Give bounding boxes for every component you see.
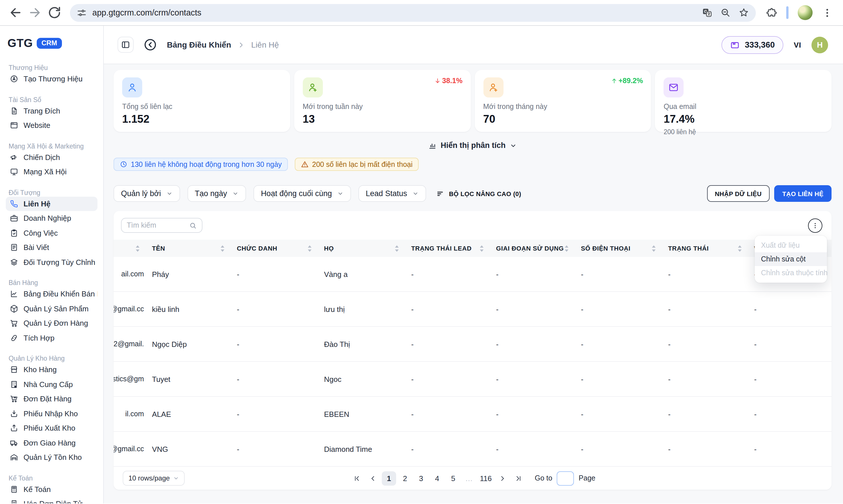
sort-icon[interactable] <box>307 245 312 252</box>
column-header-lifecycle_stage[interactable]: GIAI ĐOẠN SỬ DỤNG <box>489 240 574 257</box>
column-header-status[interactable]: TRẠNG THÁI <box>661 240 747 257</box>
language-selector[interactable]: VI <box>794 40 801 49</box>
table-row[interactable]: e@gmail.ccVNG-Diamond Time----- <box>113 432 831 467</box>
next-page-button[interactable] <box>495 471 509 485</box>
back-circle-icon[interactable] <box>143 38 157 52</box>
chevron-down-icon <box>173 475 179 481</box>
sidebar-item-kho-hang[interactable]: Kho Hàng <box>6 362 97 377</box>
sort-icon[interactable] <box>564 245 569 252</box>
sidebar-item-bang-dieu-khien-ban-h[interactable]: Bảng Điều Khiển Bán H... <box>6 287 97 301</box>
sidebar-item-label: Phiếu Xuất Kho <box>23 424 75 433</box>
table-row[interactable]: 02@gmail.Ngọc Diệp-Đào Thị----- <box>113 327 831 362</box>
filter-dropdown-tao-ngay[interactable]: Tạo ngày <box>187 185 246 202</box>
alert-warning[interactable]: 200 số liên lạc bị mất điện thoại <box>295 158 419 171</box>
table-row[interactable]: ail.comPháy-Vàng a----- <box>113 257 831 292</box>
table-row[interactable]: il.comALAE-EBEEN----- <box>113 397 831 432</box>
search-box[interactable] <box>121 218 202 233</box>
url-text[interactable]: app.gtgcrm.com/crm/contacts <box>92 8 694 17</box>
goto-page-input[interactable] <box>557 471 574 485</box>
column-header-last_name[interactable]: HỌ <box>317 240 404 257</box>
sidebar-item-tao-thuong-hieu[interactable]: Tạo Thương Hiệu <box>6 72 97 86</box>
column-header-email[interactable] <box>113 240 145 257</box>
cell-text: Tuyet <box>152 375 170 383</box>
sidebar-item-chien-dich[interactable]: Chiến Dịch <box>6 150 97 165</box>
breadcrumb-root[interactable]: Bảng Điều Khiển <box>167 40 231 49</box>
column-header-lead_status[interactable]: TRẠNG THÁI LEAD <box>404 240 489 257</box>
sort-icon[interactable] <box>737 245 742 252</box>
translate-icon[interactable]: G <box>702 7 712 18</box>
prev-page-button[interactable] <box>365 471 380 485</box>
sidebar-item-doi-tuong-tuy-chinh[interactable]: Đối Tượng Tùy Chỉnh <box>6 255 97 269</box>
sidebar-item-hoa-don-dien-tu[interactable]: Hóa Đơn Điện Tử <box>6 497 97 503</box>
page-button-5[interactable]: 5 <box>446 471 460 485</box>
browser-menu-icon[interactable] <box>822 7 833 18</box>
phone-icon <box>10 200 18 208</box>
browser-back-icon[interactable] <box>8 5 23 20</box>
create-contact-button[interactable]: TẠO LIÊN HỆ <box>774 185 831 202</box>
sidebar-item-website[interactable]: Website <box>6 118 97 133</box>
advanced-filter-button[interactable]: BỘ LỌC NÂNG CAO (0) <box>436 190 521 198</box>
last-page-button[interactable] <box>511 471 525 485</box>
analytics-toggle[interactable]: Hiển thị phân tích <box>429 141 517 150</box>
sidebar-toggle-button[interactable] <box>118 37 133 53</box>
credits-pill[interactable]: 333,360 <box>721 36 783 54</box>
user-avatar[interactable]: H <box>811 36 828 53</box>
sidebar-item-nha-cung-cap[interactable]: Nhà Cung Cấp <box>6 377 97 392</box>
page-button-116[interactable]: 116 <box>478 471 493 485</box>
sort-icon[interactable] <box>480 245 484 252</box>
sidebar-item-mang-xa-hoi[interactable]: Mạng Xã Hội <box>6 165 97 179</box>
sidebar-item-quan-ly-san-pham[interactable]: Quản Lý Sản Phẩm <box>6 301 97 316</box>
sidebar-item-trang-dich[interactable]: Trang Đích <box>6 104 97 118</box>
table-row[interactable]: gistics@gmTuyet-Ngoc----- <box>113 362 831 397</box>
column-header-first_name[interactable]: TÊN <box>145 240 230 257</box>
search-input[interactable] <box>127 221 186 229</box>
rows-per-page-select[interactable]: 10 rows/page <box>123 471 185 486</box>
sort-icon[interactable] <box>395 245 399 252</box>
sort-icon[interactable] <box>220 245 225 252</box>
chevron-right-icon <box>499 474 506 482</box>
page-button-3[interactable]: 3 <box>414 471 428 485</box>
page-button-2[interactable]: 2 <box>398 471 412 485</box>
cell-lead_status: - <box>404 362 489 396</box>
cell-lead_status: - <box>404 432 489 466</box>
extensions-icon[interactable] <box>766 7 777 18</box>
sidebar-item-phieu-nhap-kho[interactable]: Phiếu Nhập Kho <box>6 406 97 421</box>
sort-icon[interactable] <box>651 245 656 252</box>
column-header-job_title[interactable]: CHỨC DANH <box>230 240 317 257</box>
export-icon <box>10 424 18 433</box>
zoom-out-icon[interactable] <box>720 7 731 18</box>
menu-item-chinh-sua-cot[interactable]: Chỉnh sửa cột <box>755 252 827 266</box>
megaphone-icon <box>10 153 18 162</box>
column-header-phone[interactable]: SỐ ĐIỆN THOẠI <box>574 240 661 257</box>
table-options-button[interactable] <box>808 218 822 233</box>
sidebar-item-lien-he[interactable]: Liên Hệ <box>6 196 97 211</box>
sidebar-item-quan-ly-don-hang[interactable]: Quản Lý Đơn Hàng <box>6 316 97 330</box>
sidebar-item-phieu-xuat-kho[interactable]: Phiếu Xuất Kho <box>6 421 97 435</box>
browser-forward-icon[interactable] <box>28 5 42 20</box>
logo[interactable]: GTG CRM <box>6 32 97 54</box>
bookmark-star-icon[interactable] <box>739 7 749 18</box>
sidebar-item-doanh-nghiep[interactable]: Doanh Nghiệp <box>6 211 97 226</box>
filter-dropdown-quan-ly-boi[interactable]: Quản lý bởi <box>113 185 180 202</box>
sidebar-item-tich-hop[interactable]: Tích Hợp <box>6 330 97 345</box>
site-settings-icon[interactable] <box>77 8 87 17</box>
browser-reload-icon[interactable] <box>47 5 62 20</box>
filter-dropdown-hoat-dong-cuoi-cung[interactable]: Hoạt động cuối cùng <box>253 185 351 202</box>
sidebar-item-don-giao-hang[interactable]: Đơn Giao Hàng <box>6 435 97 450</box>
sidebar-item-ke-toan[interactable]: Kế Toán <box>6 482 97 497</box>
page-button-1[interactable]: 1 <box>382 471 396 485</box>
sidebar-item-quan-ly-ton-kho[interactable]: Quản Lý Tồn Kho <box>6 450 97 465</box>
sidebar-item-cong-viec[interactable]: Công Việc <box>6 226 97 240</box>
table-row[interactable]: h@gmail.cckiều linh-lưu thị----- <box>113 292 831 327</box>
browser-profile-avatar[interactable] <box>798 5 813 20</box>
first-page-button[interactable] <box>349 471 364 485</box>
stat-label: Tổng số liên lạc <box>122 103 282 111</box>
sidebar-item-bai-viet[interactable]: Bài Viết <box>6 240 97 255</box>
sort-icon[interactable] <box>135 245 140 252</box>
address-bar[interactable]: app.gtgcrm.com/crm/contacts G <box>70 4 756 21</box>
page-button-4[interactable]: 4 <box>430 471 444 485</box>
alert-info[interactable]: 130 liên hệ không hoạt động trong hơn 30… <box>113 158 288 171</box>
sidebar-item-don-dat-hang[interactable]: Đơn Đặt Hàng <box>6 392 97 406</box>
import-data-button[interactable]: NHẬP DỮ LIỆU <box>707 185 770 202</box>
filter-dropdown-lead-status[interactable]: Lead Status <box>358 185 426 202</box>
